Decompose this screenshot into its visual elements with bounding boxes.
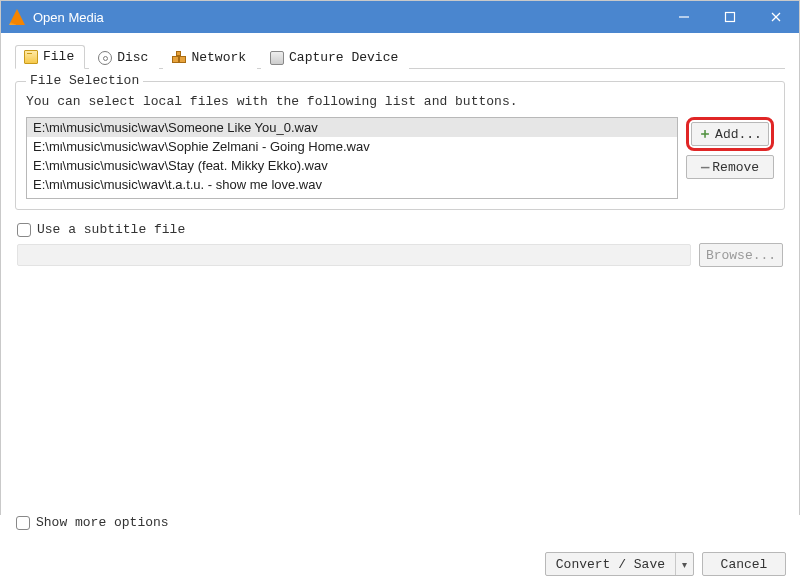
network-tab-icon: [172, 51, 186, 65]
disc-tab-icon: [98, 51, 112, 65]
capture-tab-icon: [270, 51, 284, 65]
subtitle-path-row: Browse...: [17, 243, 783, 267]
show-more-label: Show more options: [36, 515, 169, 530]
add-button[interactable]: ＋ Add...: [691, 122, 769, 146]
convert-save-label: Convert / Save: [546, 553, 675, 575]
bottom-bar: Show more options Convert / Save ▾ Cance…: [0, 515, 800, 588]
tab-file[interactable]: File: [15, 45, 85, 69]
plus-icon: ＋: [698, 127, 712, 141]
tab-capture-label: Capture Device: [289, 50, 398, 65]
tab-disc-label: Disc: [117, 50, 148, 65]
add-button-highlight: ＋ Add...: [686, 117, 774, 151]
file-selection-legend: File Selection: [26, 73, 143, 88]
list-item[interactable]: E:\mι\music\music\wav\Stay (feat. Mikky …: [27, 156, 677, 175]
subtitle-row: Use a subtitle file: [17, 222, 783, 237]
show-more-options-row: Show more options: [16, 515, 786, 530]
tab-network[interactable]: Network: [163, 46, 257, 69]
tab-capture[interactable]: Capture Device: [261, 46, 409, 69]
subtitle-path-input: [17, 244, 691, 266]
list-item[interactable]: E:\mι\music\music\wav\t.a.t.u. - show me…: [27, 175, 677, 194]
minimize-icon: [678, 11, 690, 23]
file-selection-group: File Selection You can select local file…: [15, 81, 785, 210]
file-list[interactable]: E:\mι\music\music\wav\Someone Like You_0…: [26, 117, 678, 199]
tab-bar: File Disc Network Capture Device: [15, 43, 785, 69]
file-row: E:\mι\music\music\wav\Someone Like You_0…: [26, 117, 774, 199]
convert-save-button[interactable]: Convert / Save ▾: [545, 552, 694, 576]
list-item[interactable]: E:\mι\music\music\wav\Sophie Zelmani - G…: [27, 137, 677, 156]
subtitle-checkbox[interactable]: [17, 223, 31, 237]
svg-rect-1: [726, 13, 735, 22]
cancel-button-label: Cancel: [721, 557, 768, 572]
file-side-buttons: ＋ Add... — Remove: [686, 117, 774, 179]
titlebar: Open Media: [1, 1, 799, 33]
minimize-button[interactable]: [661, 1, 707, 33]
chevron-down-icon: ▾: [682, 559, 687, 570]
cancel-button[interactable]: Cancel: [702, 552, 786, 576]
add-button-label: Add...: [715, 127, 762, 142]
file-tab-icon: [24, 50, 38, 64]
remove-button-label: Remove: [712, 160, 759, 175]
action-row: Convert / Save ▾ Cancel: [14, 552, 786, 576]
tab-file-label: File: [43, 49, 74, 64]
close-button[interactable]: [753, 1, 799, 33]
tab-disc[interactable]: Disc: [89, 46, 159, 69]
browse-button-label: Browse...: [706, 248, 776, 263]
browse-button: Browse...: [699, 243, 783, 267]
vlc-cone-icon: [9, 9, 25, 25]
subtitle-label: Use a subtitle file: [37, 222, 185, 237]
remove-button[interactable]: — Remove: [686, 155, 774, 179]
minus-icon: —: [701, 160, 709, 174]
show-more-checkbox[interactable]: [16, 516, 30, 530]
file-selection-help: You can select local files with the foll…: [26, 94, 774, 109]
maximize-button[interactable]: [707, 1, 753, 33]
close-icon: [770, 11, 782, 23]
tab-network-label: Network: [191, 50, 246, 65]
maximize-icon: [724, 11, 736, 23]
content-area: File Disc Network Capture Device File Se…: [1, 33, 799, 267]
convert-save-dropdown[interactable]: ▾: [675, 553, 693, 575]
list-item[interactable]: E:\mι\music\music\wav\Someone Like You_0…: [27, 118, 677, 137]
window-title: Open Media: [33, 10, 661, 25]
